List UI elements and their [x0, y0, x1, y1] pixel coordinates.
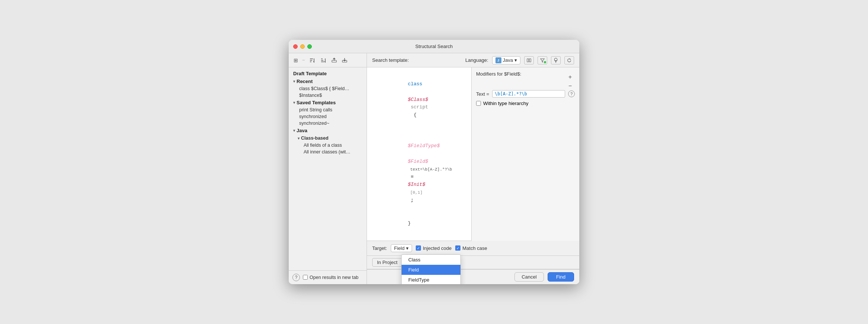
filter-active-dot: [544, 61, 546, 63]
import-button[interactable]: [340, 57, 349, 64]
dropdown-item-class[interactable]: Class: [402, 255, 460, 265]
find-button[interactable]: Find: [548, 272, 574, 282]
separator: −: [301, 57, 306, 63]
injected-code-option[interactable]: ✓ Injected code: [416, 245, 452, 251]
main-window: Structural Search ⊞ −: [289, 40, 579, 284]
sidebar-section-java[interactable]: ▾ Java: [289, 127, 367, 134]
modifiers-text-input[interactable]: [492, 90, 565, 98]
sidebar-section-recent[interactable]: ▾ Recent: [289, 77, 367, 85]
chevron-down-icon: ▾: [514, 57, 517, 63]
target-dropdown[interactable]: Field ▾: [391, 244, 412, 252]
dropdown-item-field[interactable]: Field: [402, 265, 460, 275]
window-title: Structural Search: [415, 44, 453, 49]
text-constraint: text=\b[A-Z].*?\b: [408, 167, 452, 172]
open-results-checkbox-label[interactable]: Open results in new tab: [303, 275, 358, 280]
field-var: $Field$: [408, 159, 428, 164]
scope-bar: In Project scope: [367, 256, 579, 269]
target-dropdown-popup: Class Field FieldType Init Complete matc…: [401, 254, 461, 284]
init-var: $Init$: [408, 182, 425, 187]
java-language-icon: J: [495, 57, 501, 63]
language-label: Language:: [465, 57, 488, 63]
target-value: Field: [394, 245, 405, 251]
equals-sign: =: [408, 174, 416, 180]
modifiers-content: Modifiers for $Field$: + −: [476, 71, 575, 77]
add-template-button[interactable]: ⊞: [292, 56, 300, 64]
language-dropdown[interactable]: J Java ▾: [492, 56, 520, 64]
sidebar-item-synchronized[interactable]: synchronized: [289, 113, 367, 120]
match-case-label: Match case: [462, 245, 487, 251]
modifiers-remove-button[interactable]: −: [568, 83, 572, 89]
pin-button[interactable]: [551, 56, 561, 64]
close-brace: }: [408, 220, 411, 226]
indent: [408, 136, 419, 141]
sidebar-item-all-fields[interactable]: All fields of a class: [289, 142, 367, 149]
code-line-2: $FieldType$ $Field$ text=\b[A-Z].*?\b = …: [373, 127, 468, 212]
bottom-bar: Cancel Find: [367, 269, 579, 284]
sidebar-section-draft: Draft Template: [289, 70, 367, 77]
script-keyword: script: [408, 104, 428, 110]
within-type-checkbox[interactable]: [476, 101, 481, 106]
main-layout: ⊞ − Draft Template: [289, 53, 579, 284]
class-keyword: class: [408, 81, 422, 87]
sidebar-section-saved-label: Saved Templates: [297, 100, 336, 105]
filter-button[interactable]: [538, 56, 547, 64]
code-line-3: }: [373, 212, 468, 235]
help-button[interactable]: ?: [292, 274, 300, 281]
class-var: $Class$: [408, 97, 428, 102]
search-template-label: Search template:: [372, 57, 462, 63]
chevron-down-icon: ▾: [293, 128, 295, 133]
match-case-option[interactable]: ✓ Match case: [455, 245, 487, 251]
sidebar-subsection-class-based-label: Class-based: [301, 136, 329, 141]
refresh-button[interactable]: [564, 56, 574, 64]
modifiers-text-row: Text = ?: [476, 90, 575, 98]
code-line-1: class $Class$ script {: [373, 73, 468, 127]
sidebar-footer: ? Open results in new tab: [289, 270, 367, 284]
right-panel: Search template: Language: J Java ▾: [367, 53, 579, 284]
modifiers-title: Modifiers for $Field$:: [476, 71, 521, 77]
sidebar-item-all-inner-classes[interactable]: All inner classes (wit…: [289, 149, 367, 155]
sidebar-item-synchronized-tilde[interactable]: synchronized~: [289, 120, 367, 127]
header-bar: Search template: Language: J Java ▾: [367, 53, 579, 67]
svg-rect-11: [529, 58, 531, 62]
semicolon: ;: [408, 197, 414, 203]
target-bar: Target: Field ▾ ✓ Injected code ✓ Match …: [367, 241, 579, 256]
modifiers-help-button[interactable]: ?: [568, 90, 575, 97]
sidebar-toolbar: ⊞ −: [289, 53, 367, 67]
sidebar-item-class-field[interactable]: class $Class$ { $Field…: [289, 85, 367, 92]
close-button[interactable]: [293, 44, 298, 49]
sidebar: ⊞ − Draft Template: [289, 53, 367, 284]
within-type-label: Within type hierarchy: [483, 101, 528, 106]
injected-code-checkbox[interactable]: ✓: [416, 245, 421, 251]
sidebar-section-java-label: Java: [297, 128, 307, 133]
sidebar-item-print-string[interactable]: print String calls: [289, 107, 367, 113]
minimize-button[interactable]: [300, 44, 305, 49]
open-results-label: Open results in new tab: [310, 275, 358, 280]
modifiers-text-label: Text =: [476, 91, 489, 97]
sort-asc-button[interactable]: [307, 57, 317, 64]
chevron-down-icon: ▾: [406, 245, 409, 251]
sort-desc-button[interactable]: [319, 57, 328, 64]
layout-toggle-button[interactable]: [524, 56, 534, 64]
chevron-down-icon: ▾: [293, 79, 295, 83]
within-type-row: Within type hierarchy: [476, 101, 575, 106]
modifiers-add-button[interactable]: +: [568, 74, 572, 80]
sidebar-tree: Draft Template ▾ Recent class $Class$ { …: [289, 67, 367, 270]
chevron-down-icon: ▾: [293, 101, 295, 105]
match-case-checkbox[interactable]: ✓: [455, 245, 460, 251]
traffic-lights: [293, 44, 312, 49]
open-results-checkbox[interactable]: [303, 275, 308, 280]
titlebar: Structural Search: [289, 40, 579, 53]
language-value: Java: [503, 57, 513, 63]
export-button[interactable]: [330, 57, 339, 64]
cancel-button[interactable]: Cancel: [514, 272, 544, 282]
sidebar-subsection-class-based[interactable]: ▾ Class-based: [289, 134, 367, 142]
sidebar-item-instance[interactable]: $Instance$: [289, 92, 367, 99]
open-brace: {: [408, 112, 416, 118]
fieldtype-var: $FieldType$: [408, 143, 440, 149]
target-label: Target:: [372, 245, 387, 251]
injected-code-label: Injected code: [423, 245, 452, 251]
sidebar-section-saved[interactable]: ▾ Saved Templates: [289, 99, 367, 107]
dropdown-item-fieldtype[interactable]: FieldType: [402, 275, 460, 284]
in-project-button[interactable]: In Project: [372, 258, 402, 267]
maximize-button[interactable]: [307, 44, 312, 49]
